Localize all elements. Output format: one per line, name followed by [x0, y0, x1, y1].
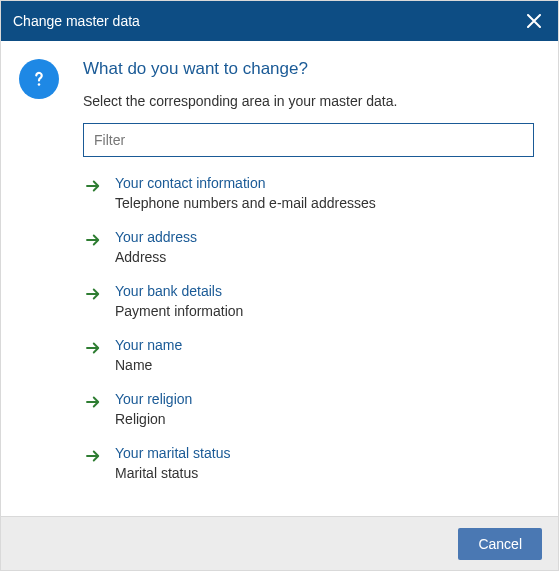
option-item[interactable]: Your marital statusMarital status	[83, 445, 534, 481]
option-text: Your nameName	[115, 337, 182, 373]
option-item[interactable]: Your addressAddress	[83, 229, 534, 265]
option-title: Your address	[115, 229, 197, 245]
dialog-footer: Cancel	[1, 516, 558, 570]
change-master-data-dialog: Change master data What do you want to c…	[0, 0, 559, 571]
option-subtitle: Address	[115, 249, 197, 265]
option-title: Your contact information	[115, 175, 376, 191]
dialog-heading: What do you want to change?	[83, 59, 534, 79]
close-button[interactable]	[522, 9, 546, 33]
arrow-right-icon	[83, 230, 103, 250]
option-title: Your religion	[115, 391, 192, 407]
titlebar: Change master data	[1, 1, 558, 41]
arrow-right-icon	[83, 338, 103, 358]
option-title: Your marital status	[115, 445, 230, 461]
option-subtitle: Religion	[115, 411, 192, 427]
option-item[interactable]: Your bank detailsPayment information	[83, 283, 534, 319]
help-icon	[19, 59, 59, 99]
option-subtitle: Payment information	[115, 303, 243, 319]
option-title: Your name	[115, 337, 182, 353]
question-mark-icon	[28, 68, 50, 90]
options-list: Your contact informationTelephone number…	[83, 175, 534, 481]
option-text: Your addressAddress	[115, 229, 197, 265]
option-subtitle: Name	[115, 357, 182, 373]
arrow-right-icon	[83, 284, 103, 304]
option-subtitle: Telephone numbers and e-mail addresses	[115, 195, 376, 211]
close-icon	[527, 14, 541, 28]
dialog-title: Change master data	[13, 13, 522, 29]
option-item[interactable]: Your contact informationTelephone number…	[83, 175, 534, 211]
content-column: What do you want to change? Select the c…	[71, 59, 540, 504]
option-title: Your bank details	[115, 283, 243, 299]
option-item[interactable]: Your nameName	[83, 337, 534, 373]
option-text: Your bank detailsPayment information	[115, 283, 243, 319]
option-text: Your contact informationTelephone number…	[115, 175, 376, 211]
option-text: Your religionReligion	[115, 391, 192, 427]
arrow-right-icon	[83, 392, 103, 412]
dialog-instruction: Select the corresponding area in your ma…	[83, 93, 534, 109]
arrow-right-icon	[83, 446, 103, 466]
arrow-right-icon	[83, 176, 103, 196]
svg-point-0	[38, 83, 41, 86]
option-text: Your marital statusMarital status	[115, 445, 230, 481]
icon-column	[19, 59, 71, 504]
option-item[interactable]: Your religionReligion	[83, 391, 534, 427]
option-subtitle: Marital status	[115, 465, 230, 481]
dialog-body: What do you want to change? Select the c…	[1, 41, 558, 516]
filter-input[interactable]	[83, 123, 534, 157]
cancel-button[interactable]: Cancel	[458, 528, 542, 560]
